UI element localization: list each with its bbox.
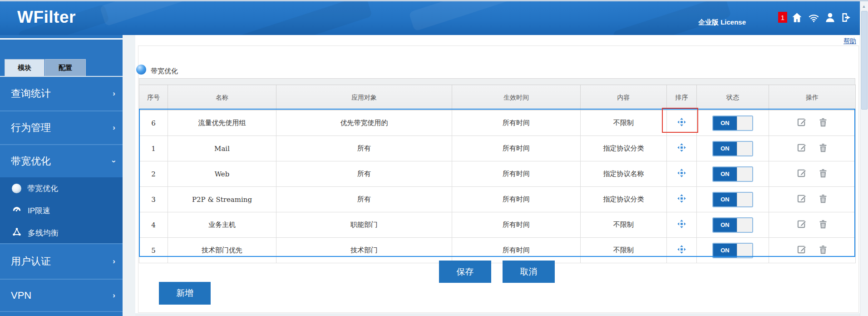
sidebar-item-label: 行为管理 <box>11 121 51 135</box>
toggle-knob <box>737 244 752 257</box>
save-button[interactable]: 保存 <box>439 261 491 283</box>
toggle-knob <box>737 142 752 155</box>
edit-icon[interactable] <box>797 117 807 129</box>
cell-seq: 2 <box>139 161 168 187</box>
delete-icon[interactable] <box>818 143 828 155</box>
chevron-right-icon <box>113 89 115 98</box>
delete-icon[interactable] <box>818 245 828 256</box>
sidebar-item-user-authentication[interactable]: 用户认证 <box>0 244 123 280</box>
move-sort-icon[interactable] <box>677 194 686 205</box>
cell-target: 所有 <box>276 161 452 187</box>
table-top-strip <box>139 78 855 85</box>
submenu-item-ip-rate-limit[interactable]: IP限速 <box>0 200 123 222</box>
header-time: 生效时间 <box>452 85 581 110</box>
table-row: 1 Mail 所有 所有时间 指定协议分类 ON <box>139 136 856 161</box>
submenu-item-label: 带宽优化 <box>27 183 58 194</box>
logout-icon[interactable] <box>840 11 853 24</box>
help-link[interactable]: 帮助 <box>822 37 856 45</box>
load-balance-icon <box>12 227 22 239</box>
header-name: 名称 <box>168 85 276 110</box>
cell-content: 指定协议名称 <box>581 161 667 187</box>
license-label: 企业版 License <box>698 18 746 27</box>
delete-icon[interactable] <box>818 117 828 129</box>
move-sort-icon[interactable] <box>677 117 686 129</box>
toggle-on-label: ON <box>713 142 737 155</box>
on-off-toggle[interactable]: ON <box>712 141 753 156</box>
wifi-icon[interactable] <box>808 11 820 24</box>
add-button[interactable]: 新增 <box>159 282 211 305</box>
cell-time: 所有时间 <box>452 110 581 136</box>
cell-actions <box>769 110 856 136</box>
delete-icon[interactable] <box>818 168 828 180</box>
on-off-toggle[interactable]: ON <box>712 166 753 182</box>
chevron-right-icon <box>113 257 115 266</box>
cell-sort <box>667 238 697 263</box>
cell-time: 所有时间 <box>452 187 581 212</box>
cell-status: ON <box>697 161 769 187</box>
cell-actions <box>769 161 856 187</box>
tab-config[interactable]: 配置 <box>45 59 86 76</box>
submenu-item-label: IP限速 <box>28 206 50 216</box>
header-status: 状态 <box>697 85 769 110</box>
header-seq: 序号 <box>139 85 168 110</box>
on-off-toggle[interactable]: ON <box>712 115 753 131</box>
toggle-knob <box>737 218 752 232</box>
on-off-toggle[interactable]: ON <box>712 243 753 258</box>
header-target: 应用对象 <box>276 85 452 110</box>
move-sort-icon[interactable] <box>677 245 686 256</box>
move-sort-icon[interactable] <box>677 143 686 154</box>
cell-actions <box>769 187 856 212</box>
edit-icon[interactable] <box>797 168 807 180</box>
edit-icon[interactable] <box>797 244 807 256</box>
cell-status: ON <box>697 110 769 136</box>
cell-target: 职能部门 <box>276 212 452 238</box>
toggle-on-label: ON <box>713 193 737 206</box>
toggle-knob <box>737 116 752 130</box>
page-title: 带宽优化 <box>151 67 178 75</box>
edit-icon[interactable] <box>797 219 807 231</box>
cell-content: 不限制 <box>581 212 667 238</box>
cell-content: 不限制 <box>581 110 667 136</box>
table-row: 2 Web 所有 所有时间 指定协议名称 ON <box>139 161 856 187</box>
move-sort-icon[interactable] <box>677 168 686 180</box>
cell-time: 所有时间 <box>452 136 581 161</box>
sidebar-item-vpn[interactable]: VPN <box>0 280 123 312</box>
sidebar-item-bandwidth-optimization[interactable]: 带宽优化 <box>0 145 123 177</box>
chevron-right-icon <box>113 123 115 132</box>
scrollbar-up-arrow[interactable]: ▲ <box>861 3 867 10</box>
on-off-toggle[interactable]: ON <box>712 192 753 207</box>
cell-content: 不限制 <box>581 238 667 263</box>
delete-icon[interactable] <box>818 194 828 206</box>
tab-modules[interactable]: 模块 <box>5 59 44 76</box>
cell-name: 流量优先使用组 <box>168 110 276 136</box>
cell-actions <box>769 136 856 161</box>
edit-icon[interactable] <box>797 193 807 206</box>
sidebar-item-label: 查询统计 <box>11 87 51 100</box>
user-icon[interactable] <box>824 12 836 23</box>
submenu-item-multi-line-balance[interactable]: 多线均衡 <box>0 222 123 244</box>
cell-sort <box>667 110 697 136</box>
cancel-button[interactable]: 取消 <box>503 261 555 283</box>
scrollbar-thumb[interactable] <box>861 11 868 110</box>
edit-icon[interactable] <box>797 142 807 155</box>
cell-name: 业务主机 <box>168 212 276 238</box>
content-gap <box>123 35 135 316</box>
on-off-toggle[interactable]: ON <box>712 217 753 233</box>
cell-target: 技术部门 <box>276 238 452 263</box>
gauge-icon <box>12 205 22 217</box>
toggle-knob <box>737 167 752 181</box>
wfilter-app: WFilter 企业版 License 1 ▲ 模块 配置 查询统计 <box>0 0 868 316</box>
cell-sort <box>667 212 697 238</box>
cell-time: 所有时间 <box>452 161 581 187</box>
notification-badge[interactable]: 1 <box>778 12 787 23</box>
sidebar-item-query-statistics[interactable]: 查询统计 <box>0 77 123 111</box>
delete-icon[interactable] <box>818 219 828 231</box>
move-sort-icon[interactable] <box>677 219 686 231</box>
cell-target: 所有 <box>276 136 452 161</box>
home-icon[interactable] <box>791 11 803 24</box>
sidebar-item-label: 用户认证 <box>11 255 51 268</box>
sidebar-item-behavior-management[interactable]: 行为管理 <box>0 111 123 145</box>
submenu-item-bandwidth-optimization[interactable]: 带宽优化 <box>0 177 123 200</box>
sphere-icon <box>12 184 21 193</box>
cell-sort <box>667 187 697 212</box>
